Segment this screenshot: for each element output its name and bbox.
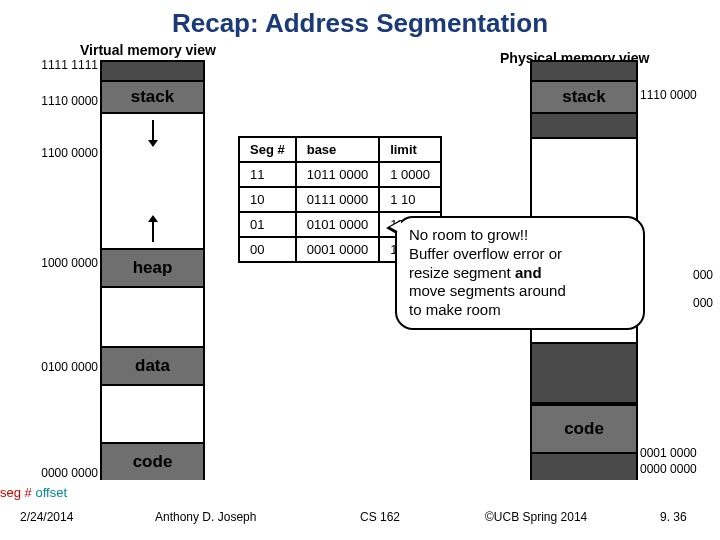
paddr-0: 1110 0000	[640, 88, 720, 102]
virtual-memory-label: Virtual memory view	[80, 42, 216, 58]
pm-segment-stack: stack	[532, 80, 636, 114]
pm-bottom-fill	[532, 454, 636, 480]
paddr-3: 0001 0000	[640, 446, 720, 460]
vaddr-3: 1000 0000	[28, 256, 98, 270]
cell-seg: 11	[239, 162, 296, 187]
vaddr-1: 1110 0000	[28, 94, 98, 108]
callout-tail-inner	[390, 221, 401, 233]
vm-segment-code: code	[102, 442, 203, 480]
callout-line: Buffer overflow error or	[409, 245, 633, 264]
pm-fill-3	[532, 342, 636, 404]
callout-line: move segments around	[409, 282, 633, 301]
cell-seg: 01	[239, 212, 296, 237]
cell-base: 0101 0000	[296, 212, 379, 237]
callout-bubble: No room to grow!! Buffer overflow error …	[395, 216, 645, 330]
pm-segment-code: code	[532, 404, 636, 454]
heap-grow-arrow	[152, 222, 154, 242]
stack-grow-arrow	[152, 120, 154, 140]
th-seg: Seg #	[239, 137, 296, 162]
paddr-1: 000	[693, 268, 720, 282]
table-header-row: Seg # base limit	[239, 137, 441, 162]
footer-course: CS 162	[360, 510, 400, 524]
th-base: base	[296, 137, 379, 162]
vm-segment-heap: heap	[102, 248, 203, 288]
table-row: 10 0111 0000 1 10	[239, 187, 441, 212]
footer-page: 9. 36	[660, 510, 687, 524]
table-row: 11 1011 0000 1 0000	[239, 162, 441, 187]
footer-date: 2/24/2014	[20, 510, 73, 524]
cell-base: 0111 0000	[296, 187, 379, 212]
vaddr-4: 0100 0000	[28, 360, 98, 374]
vaddr-5: 0000 0000	[28, 466, 98, 480]
footer-copyright: ©UCB Spring 2014	[485, 510, 587, 524]
virtual-memory-column: stack heap data code	[100, 60, 205, 480]
pm-top-fill	[532, 62, 636, 82]
cell-limit: 1 10	[379, 187, 441, 212]
vaddr-2: 1100 0000	[28, 146, 98, 160]
cell-seg: 10	[239, 187, 296, 212]
pm-fill-2	[532, 114, 636, 139]
callout-line: to make room	[409, 301, 633, 320]
paddr-2: 000	[693, 296, 720, 310]
vm-segment-stack: stack	[102, 80, 203, 114]
vaddr-0: 1111 1111	[28, 58, 98, 72]
seg-label: seg #	[0, 485, 32, 500]
callout-line: resize segment and	[409, 264, 633, 283]
cell-base: 1011 0000	[296, 162, 379, 187]
paddr-4: 0000 0000	[640, 462, 720, 476]
footer-author: Anthony D. Joseph	[155, 510, 256, 524]
vm-top-fill	[102, 62, 203, 82]
seg-offset-label: seg # offset	[0, 485, 67, 500]
cell-limit: 1 0000	[379, 162, 441, 187]
th-limit: limit	[379, 137, 441, 162]
callout-line: No room to grow!!	[409, 226, 633, 245]
slide-title: Recap: Address Segmentation	[0, 8, 720, 39]
cell-seg: 00	[239, 237, 296, 262]
cell-base: 0001 0000	[296, 237, 379, 262]
offset-label: offset	[35, 485, 67, 500]
vm-segment-data: data	[102, 346, 203, 386]
